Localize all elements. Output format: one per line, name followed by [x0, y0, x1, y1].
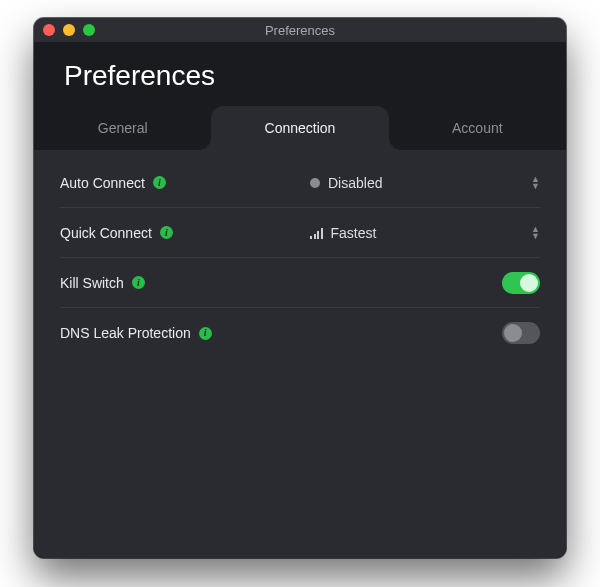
- row-auto-connect: Auto Connect i Disabled ▲▼: [60, 158, 540, 208]
- preferences-window: Preferences Preferences General Connecti…: [34, 18, 566, 558]
- info-icon[interactable]: i: [199, 327, 212, 340]
- quick-connect-label: Quick Connect: [60, 225, 152, 241]
- row-dns-leak: DNS Leak Protection i: [60, 308, 540, 358]
- dns-leak-toggle[interactable]: [502, 322, 540, 344]
- auto-connect-select[interactable]: Disabled ▲▼: [310, 175, 540, 191]
- signal-bars-icon: [310, 227, 323, 239]
- row-quick-connect: Quick Connect i Fastest ▲▼: [60, 208, 540, 258]
- quick-connect-select[interactable]: Fastest ▲▼: [310, 225, 540, 241]
- tab-general[interactable]: General: [34, 106, 211, 150]
- tab-account[interactable]: Account: [389, 106, 566, 150]
- window-controls: [43, 24, 95, 36]
- row-kill-switch: Kill Switch i: [60, 258, 540, 308]
- stepper-icon: ▲▼: [531, 226, 540, 239]
- kill-switch-label: Kill Switch: [60, 275, 124, 291]
- window-title: Preferences: [34, 23, 566, 38]
- stepper-icon: ▲▼: [531, 176, 540, 189]
- toggle-knob: [520, 274, 538, 292]
- titlebar: Preferences: [34, 18, 566, 42]
- dns-leak-label: DNS Leak Protection: [60, 325, 191, 341]
- connection-panel: Auto Connect i Disabled ▲▼ Quick Connect…: [34, 150, 566, 558]
- minimize-icon[interactable]: [63, 24, 75, 36]
- content-area: Preferences General Connection Account A…: [34, 42, 566, 558]
- info-icon[interactable]: i: [153, 176, 166, 189]
- info-icon[interactable]: i: [160, 226, 173, 239]
- info-icon[interactable]: i: [132, 276, 145, 289]
- tab-connection[interactable]: Connection: [211, 106, 388, 150]
- close-icon[interactable]: [43, 24, 55, 36]
- kill-switch-toggle[interactable]: [502, 272, 540, 294]
- disabled-dot-icon: [310, 178, 320, 188]
- auto-connect-label: Auto Connect: [60, 175, 145, 191]
- auto-connect-value: Disabled: [328, 175, 382, 191]
- toggle-knob: [504, 324, 522, 342]
- page-title: Preferences: [34, 42, 566, 106]
- tabs: General Connection Account: [34, 106, 566, 150]
- fullscreen-icon[interactable]: [83, 24, 95, 36]
- quick-connect-value: Fastest: [331, 225, 377, 241]
